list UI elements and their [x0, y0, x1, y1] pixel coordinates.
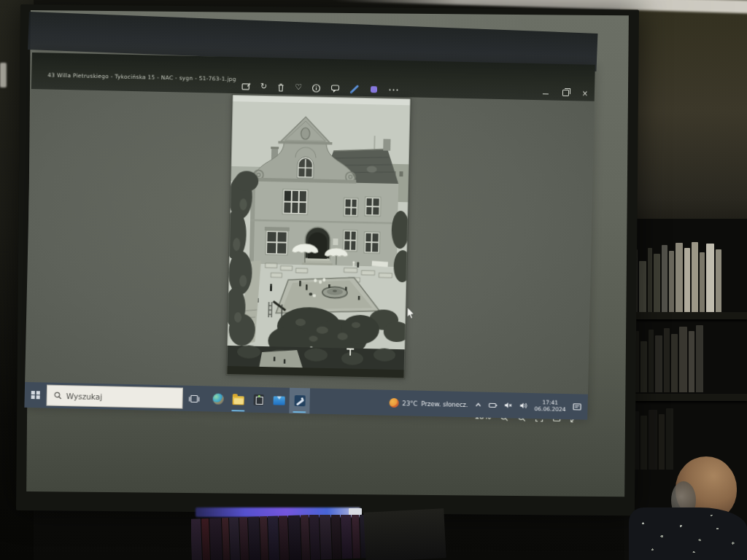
audience-person	[629, 443, 747, 560]
photo-canvas[interactable]: 18%	[25, 89, 595, 394]
glow-highlight	[349, 508, 362, 515]
task-view-icon	[188, 394, 199, 402]
person-shoulder	[629, 508, 747, 560]
file-explorer-icon	[233, 396, 244, 405]
weather-sun-icon	[389, 398, 398, 408]
draw-icon[interactable]	[349, 84, 360, 93]
edge-icon	[212, 394, 223, 405]
weather-widget[interactable]: 23°C Przew. słonecz.	[389, 398, 468, 409]
projected-screen-photo: 43 Willa Pietruskiego - Tykocińska 15 - …	[0, 0, 747, 560]
taskbar-search-input[interactable]: Wyszukaj	[46, 385, 183, 409]
search-placeholder: Wyszukaj	[66, 392, 103, 401]
minimize-button[interactable]	[543, 90, 549, 94]
pinned-apps	[207, 386, 310, 413]
start-button[interactable]	[24, 382, 47, 408]
feedback-icon[interactable]	[330, 84, 340, 93]
weather-condition: Przew. słonecz.	[421, 400, 468, 408]
photos-app-icon	[294, 395, 305, 406]
taskbar-app-file-explorer[interactable]	[228, 386, 249, 413]
archival-photo[interactable]	[226, 95, 410, 378]
close-button[interactable]: ×	[581, 89, 589, 96]
projected-desktop: 43 Willa Pietruskiego - Tykocińska 15 - …	[24, 52, 595, 420]
mail-icon	[274, 396, 285, 405]
taskbar-app-mail[interactable]	[268, 387, 290, 413]
archival-photo-image	[226, 95, 410, 378]
room-wall-top-right	[620, 0, 747, 248]
action-center-icon[interactable]	[572, 402, 581, 411]
see-more-icon[interactable]	[388, 85, 399, 94]
window-controls: ×	[542, 88, 589, 96]
clock-date: 06.06.2024	[534, 406, 565, 413]
taskbar-app-clipboard[interactable]	[248, 387, 269, 413]
hidden-icons-chevron[interactable]	[475, 401, 482, 408]
delete-icon[interactable]	[276, 82, 285, 92]
clipboard-app-icon	[254, 394, 264, 405]
document-stack-right	[363, 508, 446, 560]
favorite-icon[interactable]: ♡	[295, 83, 302, 92]
rotate-icon[interactable]: ↻	[260, 82, 267, 91]
taskbar-app-photos-active[interactable]	[289, 388, 310, 414]
taskbar-app-edge[interactable]	[207, 386, 228, 412]
weather-temp: 23°C	[402, 400, 417, 407]
volume-muted-icon[interactable]	[504, 401, 513, 409]
volume-icon[interactable]	[519, 402, 528, 410]
task-view-button[interactable]	[182, 386, 205, 412]
floral-shirt-pattern	[629, 508, 747, 560]
info-icon[interactable]	[311, 83, 321, 93]
shelf-board	[624, 312, 747, 319]
system-tray: 23°C Przew. słonecz.	[389, 390, 588, 420]
file-name-title: 43 Willa Pietruskiego - Tykocińska 15 - …	[47, 71, 236, 82]
apps-icon[interactable]	[369, 85, 379, 94]
light-leak	[0, 63, 7, 88]
search-icon	[54, 392, 62, 400]
windows-logo-icon	[31, 391, 40, 400]
restore-button[interactable]	[562, 89, 568, 96]
book-row	[624, 239, 747, 312]
clock[interactable]: 17:41 06.06.2024	[534, 400, 565, 413]
battery-icon[interactable]	[489, 401, 498, 408]
book-row	[624, 322, 747, 392]
edit-image-icon[interactable]	[241, 82, 251, 91]
photos-toolbar: ↻ ♡	[241, 80, 399, 96]
shelf-board	[624, 394, 747, 401]
